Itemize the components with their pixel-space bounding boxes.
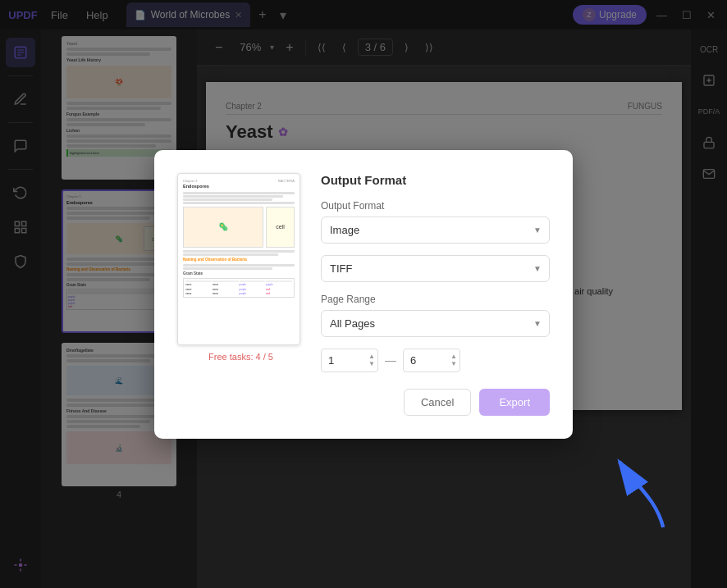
- modal-form: Output Format Output Format Image ▼ TIFF…: [321, 173, 550, 416]
- page-range-select-wrapper: All Pages ▼: [321, 310, 550, 337]
- range-from-up-button[interactable]: ▲: [368, 353, 375, 360]
- range-to-up-button[interactable]: ▲: [450, 353, 457, 360]
- subformat-select-wrapper: TIFF ▼: [321, 255, 550, 282]
- export-button[interactable]: Export: [479, 389, 550, 416]
- modal-overlay: Chapter 3BACTERIA Endospores 🦠 cell Nami…: [0, 0, 727, 588]
- range-from-wrapper: ▲ ▼: [321, 349, 378, 372]
- page-range-select[interactable]: All Pages: [321, 310, 550, 337]
- modal-preview-section: Chapter 3BACTERIA Endospores 🦠 cell Nami…: [177, 173, 304, 416]
- modal-buttons: Cancel Export: [321, 389, 550, 416]
- cancel-button[interactable]: Cancel: [404, 389, 471, 416]
- range-from-down-button[interactable]: ▼: [368, 361, 375, 367]
- range-to-down-button[interactable]: ▼: [450, 361, 457, 367]
- subformat-field: TIFF ▼: [321, 255, 550, 282]
- range-from-spin: ▲ ▼: [368, 349, 375, 372]
- format-label: Output Format: [321, 200, 550, 212]
- modal-title: Output Format: [321, 173, 550, 187]
- range-to-wrapper: ▲ ▼: [403, 349, 460, 372]
- format-select[interactable]: Image: [321, 217, 550, 244]
- arrow-pointer: [612, 454, 678, 539]
- output-format-field: Output Format Image ▼: [321, 200, 550, 244]
- format-select-wrapper: Image ▼: [321, 217, 550, 244]
- subformat-select[interactable]: TIFF: [321, 255, 550, 282]
- page-range-label: Page Range: [321, 294, 550, 305]
- range-to-spin: ▲ ▼: [450, 349, 457, 372]
- modal-preview-image: Chapter 3BACTERIA Endospores 🦠 cell Nami…: [177, 173, 300, 345]
- range-inputs-row: ▲ ▼ — ▲ ▼: [321, 349, 550, 372]
- export-modal: Chapter 3BACTERIA Endospores 🦠 cell Nami…: [154, 150, 573, 439]
- free-tasks-label: Free tasks: 4 / 5: [177, 352, 304, 362]
- range-dash: —: [385, 353, 396, 367]
- page-range-field: Page Range All Pages ▼: [321, 294, 550, 337]
